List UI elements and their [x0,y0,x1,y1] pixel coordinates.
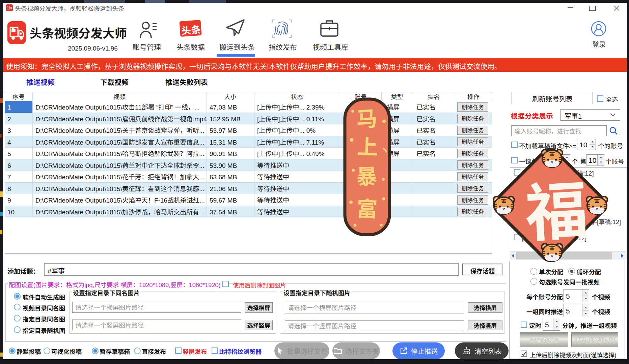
svg-text:福: 福 [522,160,590,254]
svg-text:上: 上 [357,130,379,161]
svg-text:富: 富 [356,192,378,223]
svg-text:马: 马 [355,101,378,133]
svg-text:暴: 暴 [356,159,378,190]
